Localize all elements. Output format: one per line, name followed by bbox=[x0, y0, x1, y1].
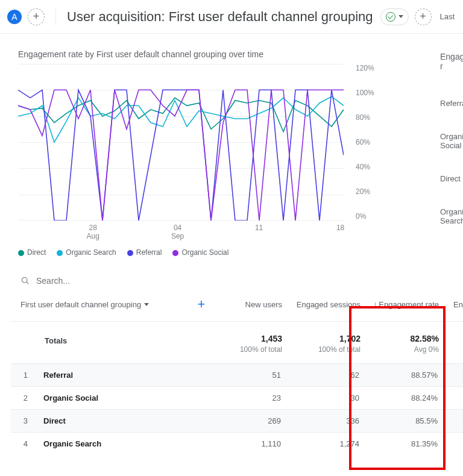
legend-item[interactable]: Organic Search bbox=[57, 248, 116, 257]
check-circle-icon bbox=[386, 12, 395, 22]
add-comparison-button[interactable]: + bbox=[28, 8, 45, 25]
avatar[interactable]: A bbox=[7, 10, 22, 24]
column-header-engaged-sessions[interactable]: Engaged sessions bbox=[288, 300, 367, 309]
caret-down-icon bbox=[144, 303, 149, 306]
legend-item[interactable]: Referral bbox=[127, 248, 162, 257]
dimension-header[interactable]: First user default channel grouping bbox=[12, 300, 193, 309]
x-axis: 28Aug04Sep1118 bbox=[18, 224, 344, 240]
sort-descending-icon: ↓ bbox=[373, 299, 377, 309]
chart-lines bbox=[18, 64, 344, 221]
column-header-overflow[interactable]: Enga bbox=[445, 300, 463, 309]
chart-legend: DirectOrganic SearchReferralOrganic Soci… bbox=[11, 239, 463, 261]
data-table: First user default channel grouping + Ne… bbox=[11, 290, 463, 455]
column-header-engagement-rate[interactable]: ↓ Engagement rate bbox=[367, 299, 445, 309]
page-title: User acquisition: First user default cha… bbox=[67, 9, 373, 25]
table-row[interactable]: 3Direct26933685.5% bbox=[11, 409, 463, 432]
add-dimension-button[interactable]: + bbox=[193, 296, 210, 313]
totals-row: Totals 1,453100% of total 1,702100% of t… bbox=[11, 322, 463, 363]
line-chart[interactable]: 120%100%80%60%40%20%0% 28Aug04Sep1118 bbox=[18, 64, 344, 239]
report-card: Engagement rate by First user default ch… bbox=[11, 45, 463, 455]
add-button[interactable]: + bbox=[415, 8, 432, 25]
date-range-hint[interactable]: Last bbox=[440, 12, 455, 21]
column-header-new-users[interactable]: New users bbox=[210, 300, 288, 309]
table-row[interactable]: 2Organic Social233088.24% bbox=[11, 386, 463, 409]
table-row[interactable]: 4Organic Search1,1101,27481.35% bbox=[11, 432, 463, 455]
svg-line-1 bbox=[27, 282, 28, 284]
chart-title: Engagement rate by First user default ch… bbox=[11, 45, 463, 64]
side-legend: Engagement r Referral Organic Social Dir… bbox=[440, 52, 463, 249]
search-input[interactable] bbox=[36, 276, 157, 286]
table-row[interactable]: 1Referral516288.57% bbox=[11, 363, 463, 386]
svg-point-0 bbox=[22, 277, 27, 283]
divider bbox=[55, 8, 56, 25]
caret-down-icon bbox=[398, 15, 403, 18]
totals-label: Totals bbox=[12, 334, 193, 345]
search-icon bbox=[20, 276, 30, 286]
legend-item[interactable]: Direct bbox=[18, 248, 46, 257]
y-axis: 120%100%80%60%40%20%0% bbox=[356, 64, 374, 221]
legend-item[interactable]: Organic Social bbox=[172, 248, 228, 257]
status-dropdown[interactable] bbox=[380, 8, 409, 25]
